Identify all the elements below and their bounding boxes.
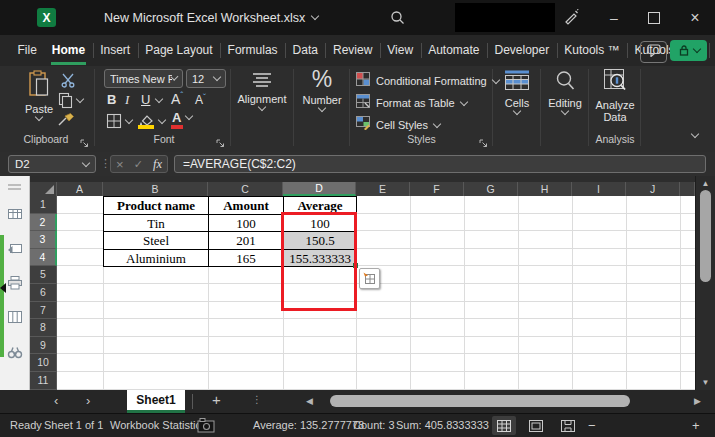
workbook-pane-icon[interactable] (7, 206, 23, 226)
underline-chevron-icon[interactable] (155, 95, 163, 103)
title-chevron-down-icon[interactable] (311, 12, 319, 20)
cut-button[interactable] (60, 72, 76, 92)
cell-grid[interactable]: Product name Amount Average Tin 100 100 … (57, 196, 695, 390)
draw-pen-icon[interactable] (563, 9, 580, 30)
find-binoculars-icon[interactable] (7, 344, 23, 364)
column-header-i[interactable]: I (572, 182, 626, 196)
ribbon-tab-review[interactable]: Review (325, 35, 379, 66)
fill-color-button[interactable] (138, 112, 165, 130)
row-header-11[interactable]: 11 (30, 372, 57, 390)
cell-styles-button[interactable]: Cell Styles (356, 116, 440, 134)
column-header-d[interactable]: D (283, 182, 356, 196)
cell-c4[interactable]: 165 (209, 250, 284, 268)
formula-input[interactable]: =AVERAGE(C$2:C2) (174, 155, 706, 173)
row-header-10[interactable]: 10 (30, 354, 57, 372)
bold-button[interactable]: B (107, 92, 116, 107)
column-header-c[interactable]: C (208, 182, 283, 196)
screen-capture-icon[interactable] (197, 418, 215, 437)
cell-b4[interactable]: Aluminium (104, 250, 209, 268)
ribbon-tab-view[interactable]: View (380, 35, 421, 66)
ribbon-tab-data[interactable]: Data (285, 35, 325, 66)
scroll-down-icon[interactable]: ▼ (696, 378, 715, 387)
analyze-data-button[interactable]: Analyze Data (589, 68, 641, 123)
underline-button[interactable]: U (141, 92, 150, 107)
ribbon-tab-home[interactable]: Home (44, 35, 92, 66)
column-header-b[interactable]: B (103, 182, 208, 196)
close-button[interactable]: × (675, 0, 715, 35)
share-button[interactable] (670, 40, 707, 61)
row-header-4[interactable]: 4 (30, 249, 57, 267)
column-header-e[interactable]: E (356, 182, 410, 196)
increase-font-button[interactable]: Aˆ (171, 90, 183, 107)
normal-view-button[interactable] (492, 416, 516, 435)
search-icon[interactable] (390, 10, 405, 29)
column-header-f[interactable]: F (410, 182, 464, 196)
pane-handle-icon[interactable] (8, 184, 21, 186)
format-painter-button[interactable] (57, 112, 75, 132)
copy-button[interactable] (58, 92, 83, 109)
styles-dialog-launcher-icon[interactable] (479, 134, 488, 152)
sheet-tab-sheet1[interactable]: Sheet1 (127, 390, 185, 413)
alignment-group-button[interactable]: Alignment (232, 72, 292, 110)
row-header-1[interactable]: 1 (30, 196, 57, 214)
new-sheet-button[interactable]: + (212, 391, 221, 408)
cancel-icon[interactable]: × (116, 157, 124, 172)
zoom-out-button[interactable]: − (588, 418, 596, 433)
snap-pane-icon[interactable] (7, 240, 23, 260)
ribbon-tab-formulas[interactable]: Formulas (220, 35, 285, 66)
italic-button[interactable]: I (125, 92, 129, 108)
row-header-9[interactable]: 9 (30, 337, 57, 355)
ribbon-tab-file[interactable]: File (10, 35, 44, 66)
ribbon-tab-insert[interactable]: Insert (93, 35, 138, 66)
select-all-corner[interactable] (30, 182, 57, 196)
autofill-options-button[interactable] (359, 268, 380, 289)
hscroll-right-icon[interactable]: ▶ (694, 396, 701, 406)
page-break-view-button[interactable] (556, 416, 580, 435)
cell-b2[interactable]: Tin (104, 215, 209, 233)
ribbon-tab-automate[interactable]: Automate (421, 35, 487, 66)
row-header-3[interactable]: 3 (30, 231, 57, 249)
columns-pane-icon[interactable] (7, 309, 23, 329)
prev-sheet-icon[interactable]: ‹ (54, 393, 58, 408)
conditional-formatting-button[interactable]: Conditional Formatting (356, 72, 499, 90)
scroll-up-icon[interactable]: ▲ (696, 179, 715, 188)
status-count[interactable]: Count: 3 (353, 419, 395, 431)
document-title-area[interactable]: New Microsoft Excel Worksheet.xlsx (104, 0, 318, 35)
clipboard-dialog-launcher-icon[interactable] (80, 134, 89, 152)
borders-button[interactable] (106, 113, 132, 129)
cell-c2[interactable]: 100 (209, 215, 284, 233)
workbook-statistics-button[interactable]: Workbook Statistics (110, 419, 206, 431)
column-header-h[interactable]: H (518, 182, 572, 196)
name-box[interactable]: D2 (8, 155, 96, 173)
horizontal-scroll-thumb[interactable] (330, 395, 630, 407)
font-color-button[interactable]: A (172, 110, 192, 125)
comments-button[interactable] (640, 41, 667, 63)
column-header-k-partial[interactable] (680, 182, 695, 196)
cell-c1[interactable]: Amount (209, 197, 284, 215)
next-sheet-icon[interactable]: › (86, 393, 90, 408)
zoom-in-button[interactable]: + (692, 418, 700, 433)
ribbon-tab-developer[interactable]: Developer (487, 35, 557, 66)
row-header-8[interactable]: 8 (30, 319, 57, 337)
print-pane-icon[interactable] (7, 275, 23, 295)
font-name-combo[interactable]: Times New Ro (104, 69, 183, 88)
insert-function-fx-button[interactable]: fx (153, 157, 162, 172)
font-dialog-launcher-icon[interactable] (216, 134, 225, 152)
ribbon-tab-help[interactable]: Help (709, 35, 715, 66)
minimize-button[interactable]: – (594, 0, 634, 35)
cells-group-button[interactable]: Cells (494, 70, 540, 114)
column-header-j[interactable]: J (626, 182, 680, 196)
status-average[interactable]: Average: 135.2777778 (253, 419, 364, 431)
row-header-6[interactable]: 6 (30, 284, 57, 302)
editing-group-button[interactable]: Editing (542, 70, 588, 114)
row-header-2[interactable]: 2 (30, 214, 57, 232)
cell-b1[interactable]: Product name (104, 197, 209, 215)
decrease-font-button[interactable]: Aˇ (195, 92, 206, 107)
vertical-scrollbar[interactable]: ▲ ▼ (695, 176, 715, 390)
column-header-a[interactable]: A (57, 182, 103, 196)
row-header-5[interactable]: 5 (30, 266, 57, 284)
row-header-7[interactable]: 7 (30, 302, 57, 320)
cell-b3[interactable]: Steel (104, 232, 209, 250)
number-group-button[interactable]: % Number (295, 66, 349, 111)
hscroll-left-icon[interactable]: ◀ (306, 396, 313, 406)
